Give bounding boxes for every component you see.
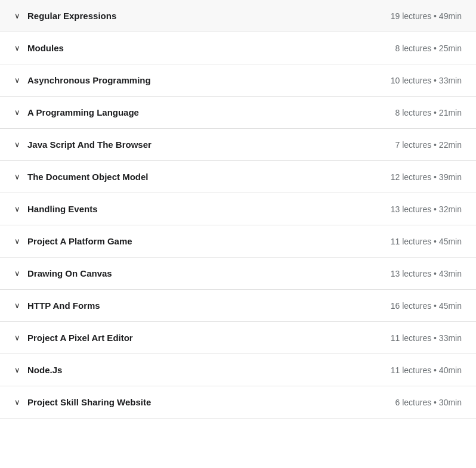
chevron-down-icon: ∨ [14,237,20,245]
section-meta: 10 lectures • 33min [391,76,462,85]
section-meta: 13 lectures • 32min [391,204,462,214]
section-title: Modules [27,43,64,53]
section-row[interactable]: ∨Drawing On Canvas13 lectures • 43min [0,258,476,290]
section-meta: 6 lectures • 30min [395,398,462,407]
section-meta: 11 lectures • 45min [391,237,462,246]
section-row[interactable]: ∨Java Script And The Browser7 lectures •… [0,129,476,161]
section-left: ∨The Document Object Model [14,172,149,182]
section-title: Project Skill Sharing Website [27,397,151,407]
section-meta: 16 lectures • 45min [391,301,462,311]
section-title: Node.Js [27,365,62,375]
section-meta: 11 lectures • 33min [391,333,462,343]
section-left: ∨A Programming Language [14,107,139,117]
section-meta: 13 lectures • 43min [391,269,462,278]
section-left: ∨Drawing On Canvas [14,268,112,278]
section-left: ∨HTTP And Forms [14,300,100,311]
section-meta: 12 lectures • 39min [391,172,462,182]
section-left: ∨Project A Pixel Art Editor [14,333,133,343]
section-meta: 11 lectures • 40min [391,365,462,375]
section-row[interactable]: ∨Project A Platform Game11 lectures • 45… [0,225,476,258]
section-meta: 8 lectures • 25min [395,44,462,53]
chevron-down-icon: ∨ [14,173,20,181]
section-row[interactable]: ∨Node.Js11 lectures • 40min [0,354,476,386]
section-row[interactable]: ∨Modules8 lectures • 25min [0,32,476,64]
section-row[interactable]: ∨Project Skill Sharing Website6 lectures… [0,386,476,419]
section-left: ∨Project A Platform Game [14,236,132,246]
section-left: ∨Modules [14,43,64,53]
course-section-list: ∨Regular Expressions19 lectures • 49min∨… [0,0,476,419]
chevron-down-icon: ∨ [14,76,20,84]
section-left: ∨Asynchronous Programming [14,75,151,85]
section-left: ∨Java Script And The Browser [14,140,152,150]
section-title: Project A Platform Game [27,236,132,246]
chevron-down-icon: ∨ [14,366,20,374]
section-left: ∨Project Skill Sharing Website [14,397,151,407]
section-title: Handling Events [27,204,98,214]
section-title: Java Script And The Browser [27,140,152,150]
section-title: HTTP And Forms [27,300,100,311]
section-row[interactable]: ∨Regular Expressions19 lectures • 49min [0,0,476,32]
section-meta: 8 lectures • 21min [395,108,462,117]
chevron-down-icon: ∨ [14,12,20,20]
section-row[interactable]: ∨A Programming Language8 lectures • 21mi… [0,97,476,129]
section-left: ∨Node.Js [14,365,62,375]
section-meta: 19 lectures • 49min [391,11,462,21]
chevron-down-icon: ∨ [14,398,20,406]
section-row[interactable]: ∨HTTP And Forms16 lectures • 45min [0,290,476,322]
chevron-down-icon: ∨ [14,109,20,116]
section-title: Regular Expressions [27,11,116,21]
section-title: A Programming Language [27,107,139,117]
section-meta: 7 lectures • 22min [395,140,462,150]
chevron-down-icon: ∨ [14,205,20,213]
section-title: The Document Object Model [27,172,149,182]
chevron-down-icon: ∨ [14,44,20,52]
section-row[interactable]: ∨Asynchronous Programming10 lectures • 3… [0,64,476,97]
chevron-down-icon: ∨ [14,302,20,309]
chevron-down-icon: ∨ [14,334,20,342]
section-row[interactable]: ∨The Document Object Model12 lectures • … [0,161,476,193]
section-left: ∨Regular Expressions [14,11,116,21]
section-title: Asynchronous Programming [27,75,151,85]
chevron-down-icon: ∨ [14,141,20,148]
section-title: Project A Pixel Art Editor [27,333,133,343]
section-title: Drawing On Canvas [27,268,112,278]
section-row[interactable]: ∨Handling Events13 lectures • 32min [0,193,476,225]
chevron-down-icon: ∨ [14,269,20,277]
section-row[interactable]: ∨Project A Pixel Art Editor11 lectures •… [0,322,476,354]
section-left: ∨Handling Events [14,204,98,214]
